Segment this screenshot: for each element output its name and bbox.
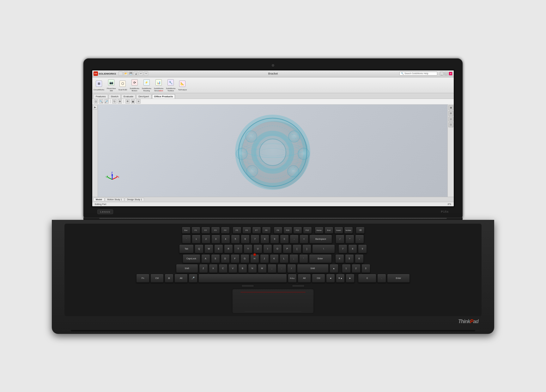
key-prtsc[interactable]: PrScr <box>288 274 297 283</box>
ribbon-circuitworks[interactable]: ⊞ CircuitWorks <box>94 79 104 91</box>
tab-office-products[interactable]: Office Products <box>152 94 175 99</box>
key-quote[interactable]: ' <box>299 254 308 263</box>
key-x[interactable]: X <box>209 264 218 273</box>
key-k[interactable]: K <box>270 254 279 263</box>
toolbar-btn-redo[interactable]: ↪ <box>144 71 148 76</box>
key-num-7[interactable]: 7 <box>338 244 347 253</box>
key-num-enter[interactable]: Enter <box>387 274 410 283</box>
key-num-sub[interactable]: - <box>355 235 364 244</box>
key-f10[interactable]: F10 <box>283 227 292 234</box>
key-4[interactable]: 4 <box>221 235 230 244</box>
toolbar-btn-print[interactable]: 🖨 <box>134 71 138 76</box>
key-c[interactable]: C <box>219 264 228 273</box>
right-panel-btn-4[interactable]: ⊡ <box>448 122 453 127</box>
key-t[interactable]: T <box>234 244 243 253</box>
key-enter[interactable]: Enter <box>309 254 332 263</box>
key-9[interactable]: 9 <box>270 235 279 244</box>
key-r[interactable]: R <box>224 244 233 253</box>
key-v[interactable]: V <box>228 264 237 273</box>
key-1[interactable]: 1 <box>192 235 201 244</box>
key-num-mul[interactable]: * <box>345 235 354 244</box>
key-semicolon[interactable]: ; <box>289 254 298 263</box>
right-panel-btn-2[interactable]: ⊞ <box>448 111 453 116</box>
ribbon-scanto3d[interactable]: ⬡ ScanTo3D <box>118 79 127 91</box>
cmd-zoom-out[interactable]: 🔎 <box>104 99 109 104</box>
key-win[interactable]: ⊞ <box>165 274 173 283</box>
key-num-1[interactable]: 1 <box>342 264 351 273</box>
key-a[interactable]: A <box>201 254 210 263</box>
cmd-pan[interactable]: ✥ <box>118 99 122 104</box>
tab-features[interactable]: Features <box>94 94 108 99</box>
left-btn-1[interactable]: ▶ <box>93 105 97 110</box>
tab-dimxpert[interactable]: DimXpert <box>136 94 151 99</box>
ribbon-tolanalyst[interactable]: 📐 TolAnalyst <box>178 79 187 91</box>
trackpad[interactable] <box>232 288 314 314</box>
key-f12[interactable]: F12 <box>303 227 312 234</box>
key-f4[interactable]: F4 <box>221 227 230 234</box>
key-num-8[interactable]: 8 <box>348 244 357 253</box>
ribbon-routing[interactable]: ⚡ SolidWorksRouting <box>142 78 151 92</box>
toolbar-btn-save[interactable]: 💾 <box>129 71 133 76</box>
key-e[interactable]: E <box>214 244 223 253</box>
key-w[interactable]: W <box>204 244 213 253</box>
key-rbracket[interactable]: ] <box>302 244 311 253</box>
minimize-btn[interactable]: _ <box>440 72 444 75</box>
key-shift-left[interactable]: Shift <box>176 264 198 273</box>
key-home[interactable]: Home <box>315 227 324 234</box>
key-backslash[interactable]: \ <box>312 244 335 253</box>
btab-design-study[interactable]: Design Study 1 <box>125 198 144 201</box>
key-num-5[interactable]: 5 <box>345 254 354 263</box>
tab-evaluate[interactable]: Evaluate <box>121 94 136 99</box>
key-arrow-up[interactable]: ▲ <box>330 264 338 273</box>
ribbon-toolbox[interactable]: 🔧 SolidWorksToolbox <box>166 78 175 92</box>
key-ctrl-left[interactable]: Ctrl <box>150 274 164 283</box>
restore-btn[interactable]: ▢ <box>444 72 448 75</box>
key-shift-right[interactable]: Shift <box>297 264 329 273</box>
right-panel-btn-1[interactable]: ▣ <box>448 105 453 110</box>
cmd-light[interactable]: ☀ <box>136 99 141 104</box>
key-6[interactable]: 6 <box>241 235 250 244</box>
toolbar-btn-open[interactable]: 📂 <box>124 71 128 76</box>
key-0[interactable]: 0 <box>280 235 289 244</box>
key-minus[interactable]: - <box>290 235 299 244</box>
search-bar[interactable]: 🔍 Search SolidWorks Help <box>399 72 437 75</box>
key-d[interactable]: D <box>221 254 230 263</box>
key-backspace[interactable]: Backspace <box>309 235 332 244</box>
key-arrow-down-up[interactable]: ▼▲ <box>336 274 345 283</box>
btab-motion-study[interactable]: Motion Study 1 <box>105 198 124 201</box>
key-equals[interactable]: = <box>300 235 308 244</box>
key-f3[interactable]: F3 <box>211 227 220 234</box>
key-n[interactable]: N <box>248 264 257 273</box>
btab-model[interactable]: Model <box>94 198 104 201</box>
key-num-4[interactable]: 4 <box>335 254 344 263</box>
key-j[interactable]: J <box>260 254 269 263</box>
key-end[interactable]: End <box>325 227 333 234</box>
key-7[interactable]: 7 <box>251 235 259 244</box>
key-q[interactable]: Q <box>195 244 203 253</box>
key-num-2[interactable]: 2 <box>352 264 361 273</box>
key-h[interactable]: H <box>250 254 259 263</box>
key-f1[interactable]: F1 <box>191 227 200 234</box>
key-f7[interactable]: F7 <box>252 227 261 234</box>
key-space[interactable] <box>198 274 287 283</box>
trackpad-btn-left[interactable] <box>241 285 254 287</box>
cmd-display[interactable]: ▣ <box>131 99 135 104</box>
key-mic[interactable]: 🎤 <box>189 274 197 283</box>
key-backspace2[interactable]: ⌫ <box>356 227 365 234</box>
key-f8[interactable]: F8 <box>262 227 271 234</box>
key-2[interactable]: 2 <box>202 235 210 244</box>
key-num-3[interactable]: 3 <box>361 264 370 273</box>
cmd-view[interactable]: 👁 <box>125 99 130 104</box>
key-alt-right[interactable]: Alt <box>298 274 311 283</box>
key-insert[interactable]: Insert <box>334 227 343 234</box>
key-slash[interactable]: / <box>287 264 296 273</box>
close-btn[interactable]: ✕ <box>449 72 452 75</box>
toolbar-btn-undo[interactable]: ↩ <box>139 71 143 76</box>
key-f9[interactable]: F9 <box>274 227 282 234</box>
key-arrow-left[interactable]: ◄ <box>326 274 335 283</box>
key-arrow-right[interactable]: ► <box>346 274 355 283</box>
key-m[interactable]: M <box>258 264 267 273</box>
ribbon-simulation[interactable]: 📊 SolidWorksSimulation <box>154 78 163 92</box>
ribbon-photoview[interactable]: 📷 PhotoView360 <box>107 78 116 92</box>
key-f[interactable]: F <box>231 254 240 263</box>
